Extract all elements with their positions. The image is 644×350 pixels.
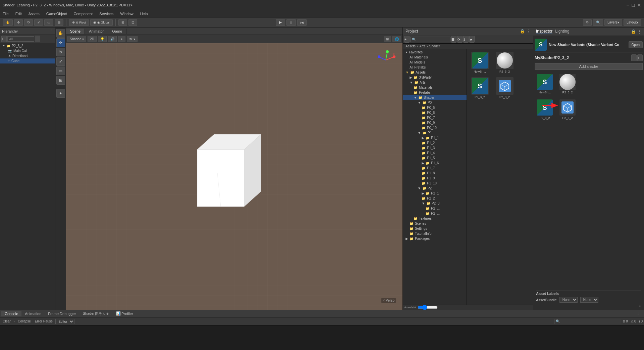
p1-3-item[interactable]: 📁P1_3 [403, 145, 467, 150]
p0-5-item[interactable]: 📁P0_5 [403, 105, 467, 110]
add-shader-btn[interactable]: Add shader [535, 63, 643, 70]
hierarchy-item-directional[interactable]: ☀ Directional [0, 53, 55, 58]
p0-6-item[interactable]: 📁P0_6 [403, 110, 467, 115]
shader-item[interactable]: ▼ 📁 Shader [403, 95, 467, 100]
hierarchy-item-cube[interactable]: □ Cube [0, 58, 55, 63]
play-button[interactable]: ▶ [276, 19, 285, 26]
minimize-button[interactable]: − [626, 2, 629, 8]
project-star-btn[interactable]: ★ [469, 36, 475, 43]
scale-tool[interactable]: ⤢ [34, 19, 43, 26]
transform-tool[interactable]: ⊞ [55, 19, 63, 26]
p2-1-item[interactable]: ▶📁P2_1 [403, 191, 467, 196]
menu-assets[interactable]: Assets [27, 11, 41, 16]
file-item-unity-cube[interactable]: P2_3_2 [493, 76, 517, 100]
p1-7-item[interactable]: 📁P1_7 [403, 166, 467, 171]
menu-component[interactable]: Component [72, 11, 94, 16]
hierarchy-menu[interactable]: ⋮ [49, 29, 53, 33]
menu-services[interactable]: Services [98, 11, 115, 16]
scene-menu[interactable]: ⋮ [396, 29, 402, 33]
lock-icon[interactable]: 🔒 [520, 29, 525, 34]
menu-window[interactable]: Window [119, 11, 135, 16]
p2-item[interactable]: ▼ 📁 P2 [403, 186, 467, 191]
layers-button[interactable]: Layers ▾ [604, 19, 622, 26]
clear-arrow[interactable]: ▾ [13, 319, 15, 323]
clear-button[interactable]: Clear [1, 319, 12, 323]
hand-tool-btn[interactable]: ✋ [56, 29, 65, 38]
menu-help[interactable]: Help [139, 11, 149, 16]
file-item-newsh[interactable]: S NewSh... [468, 50, 492, 75]
tutorialinfo-item[interactable]: 📁TutorialInfo [403, 231, 467, 236]
p1-4-item[interactable]: 📁P1_4 [403, 150, 467, 156]
console-mode-select[interactable]: Editor [55, 319, 74, 324]
project-filter-btn[interactable]: ☰ [451, 36, 457, 43]
tab-animator[interactable]: Animator [85, 29, 108, 34]
3rdparty-item[interactable]: ▶ 📁 3rdParty [403, 75, 467, 80]
snap-btn[interactable]: ⊡ [128, 19, 137, 26]
search-button[interactable]: 🔍 [593, 19, 603, 26]
textures-item[interactable]: 📁Textures [403, 216, 467, 221]
move-tool[interactable]: ✛ [14, 19, 23, 26]
console-tab-animation[interactable]: Animation [21, 311, 45, 316]
hierarchy-filter-btn[interactable]: ☰ [35, 36, 40, 42]
p2-2-item[interactable]: 📁P2_2 [403, 196, 467, 201]
p1-5-item[interactable]: 📁P1_5 [403, 156, 467, 161]
scale-tool-btn[interactable]: ⤢ [56, 57, 65, 66]
project-refresh-btn[interactable]: ⟳ [457, 36, 463, 43]
tab-game[interactable]: Game [108, 29, 126, 34]
materials-item[interactable]: 📁 Materials [403, 85, 467, 90]
arts-item[interactable]: ▼ 📁 Arts [403, 80, 467, 85]
rect-tool-btn[interactable]: ▭ [56, 67, 65, 75]
project-menu[interactable]: ⋮ [526, 29, 530, 34]
hierarchy-root[interactable]: ▼ 📁 P2_3_2 [0, 43, 55, 48]
packages-item[interactable]: ▶ 📁 Packages [403, 236, 467, 241]
add-shader-button[interactable]: + [637, 54, 643, 61]
open-button[interactable]: Open [629, 41, 643, 48]
insp-file-unity-cube2[interactable]: P2_3_2 [557, 98, 578, 121]
remove-shader-button[interactable]: − [631, 54, 637, 61]
p1-9-item[interactable]: 📁P1_9 [403, 176, 467, 181]
transform-all-btn[interactable]: ⊞ [56, 76, 65, 85]
p2-3-item[interactable]: ▼📁P2_3 [403, 201, 467, 206]
project-search-input[interactable] [410, 37, 450, 42]
pivot-button[interactable]: ⊕ ⊕ Pivot [69, 19, 89, 26]
p0-10-item[interactable]: 📁P0_10 [403, 125, 467, 130]
p0-7-item[interactable]: 📁P0_7 [403, 115, 467, 120]
console-search-input[interactable] [554, 319, 621, 324]
hierarchy-search-input[interactable] [7, 36, 34, 42]
asset-bundle-select1[interactable]: None [559, 297, 578, 303]
custom-tool-btn[interactable]: ✦ [56, 89, 65, 98]
file-item-sphere[interactable]: P2_3_2 [493, 50, 517, 75]
menu-gameobject[interactable]: GameObject [45, 11, 68, 16]
tab-inspector[interactable]: Inspector [536, 29, 552, 34]
hand-tool[interactable]: ✋ [3, 19, 13, 26]
scene-render-btn[interactable]: 🌐 [392, 36, 401, 42]
p1-item[interactable]: ▼ 📁 P1 [403, 130, 467, 135]
all-prefabs-item[interactable]: All Prefabs [403, 65, 467, 70]
prefabs-item[interactable]: 📁 Prefabs [403, 90, 467, 95]
history-button[interactable]: ⟳ [583, 19, 592, 26]
menu-edit[interactable]: Edit [14, 11, 23, 16]
breadcrumb-assets[interactable]: Assets [406, 44, 416, 48]
console-tab-console[interactable]: Console [1, 311, 21, 316]
rotate-tool-btn[interactable]: ↻ [56, 48, 65, 56]
all-models-item[interactable]: All Models [403, 60, 467, 65]
pause-button[interactable]: ⏸ [286, 19, 296, 26]
p1-1-item[interactable]: ▶📁P1_1 [403, 135, 467, 140]
project-info-btn[interactable]: ℹ [463, 36, 469, 43]
console-menu[interactable]: ⋮ [636, 311, 643, 316]
rotate-tool[interactable]: ↻ [24, 19, 33, 26]
scene-gizmo[interactable]: x y [376, 50, 396, 70]
size-slider[interactable] [418, 306, 438, 309]
assets-root-item[interactable]: ▼ 📁 Assets [403, 70, 467, 75]
asset-bundle-select2[interactable]: None [580, 297, 598, 303]
close-button[interactable]: ✕ [637, 2, 641, 8]
p2-3a-item[interactable]: 📁P2_... [403, 206, 467, 211]
lock-inspector-icon[interactable]: 🔒 [631, 29, 636, 34]
p1-8-item[interactable]: 📁P1_8 [403, 171, 467, 176]
all-materials-item[interactable]: All Materials [403, 55, 467, 60]
insp-file-sphere[interactable]: P2_3_2 [557, 73, 578, 95]
error-pause-button[interactable]: Error Pause [34, 319, 54, 323]
p1-6-item[interactable]: ▶📁P1_6 [403, 161, 467, 166]
layout-button[interactable]: Layout ▾ [624, 19, 641, 26]
breadcrumb-arts[interactable]: Arts [419, 44, 425, 48]
